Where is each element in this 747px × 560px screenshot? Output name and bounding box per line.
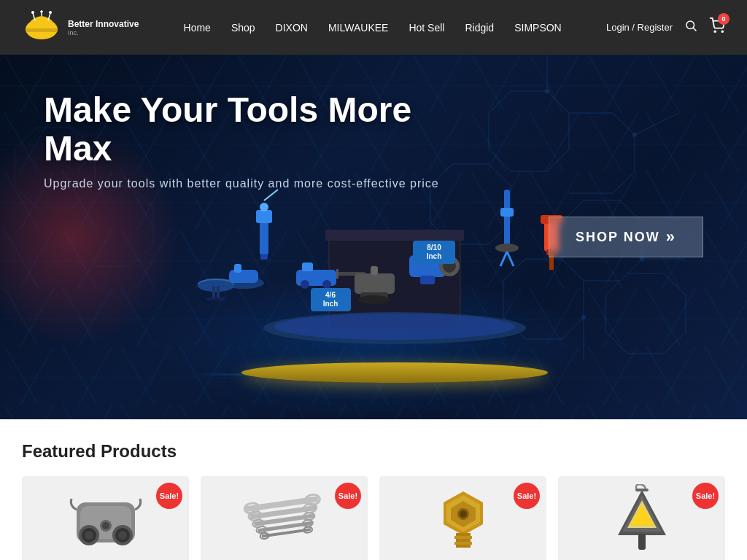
featured-title: Featured Products xyxy=(22,441,725,462)
tools-svg: 4/6 Inch 8/10 Inch xyxy=(183,146,606,386)
nav-simpson[interactable]: SIMPSON xyxy=(514,22,562,34)
header: Better Innovative Inc. Home Shop DIXON M… xyxy=(0,0,747,55)
nav-shop[interactable]: Shop xyxy=(231,22,255,34)
nav-hotsell[interactable]: Hot Sell xyxy=(409,22,444,34)
svg-rect-97 xyxy=(456,539,471,542)
sale-badge-4: Sale! xyxy=(692,483,719,509)
svg-text:Inch: Inch xyxy=(427,252,442,260)
svg-point-59 xyxy=(358,295,390,304)
nav-dixon[interactable]: DIXON xyxy=(276,22,308,34)
login-register-link[interactable]: Login / Register xyxy=(606,22,673,33)
shop-now-button[interactable]: SHOP NOW xyxy=(549,217,703,257)
svg-rect-108 xyxy=(635,489,649,491)
svg-line-28 xyxy=(264,190,278,201)
svg-rect-47 xyxy=(420,276,435,284)
svg-rect-25 xyxy=(256,210,272,223)
svg-point-101 xyxy=(460,510,467,518)
light-image xyxy=(609,484,675,557)
svg-point-74 xyxy=(118,531,127,540)
cart-count: 0 xyxy=(718,13,729,25)
svg-text:Inch: Inch xyxy=(323,300,338,308)
svg-point-42 xyxy=(301,280,309,289)
nav-milwaukee[interactable]: MILWAUKEE xyxy=(328,22,388,34)
svg-point-8 xyxy=(686,21,694,29)
nav-ridgid[interactable]: Ridgid xyxy=(465,22,494,34)
cart-button[interactable]: 0 xyxy=(709,18,725,37)
product-card-light[interactable]: Sale! xyxy=(558,476,725,560)
svg-point-34 xyxy=(198,280,234,292)
svg-rect-41 xyxy=(302,262,313,271)
svg-line-51 xyxy=(500,252,507,266)
hero-banner: Make Your Tools More Max Upgrade your to… xyxy=(0,55,747,419)
svg-point-27 xyxy=(260,203,268,211)
wrenches-image xyxy=(241,488,328,553)
svg-rect-98 xyxy=(454,542,472,545)
nav-home[interactable]: Home xyxy=(184,22,211,34)
svg-point-76 xyxy=(102,522,109,529)
sale-badge-2: Sale! xyxy=(335,483,361,509)
svg-rect-1 xyxy=(26,28,58,32)
svg-text:4/6: 4/6 xyxy=(325,291,336,299)
logo-icon xyxy=(22,7,62,47)
svg-rect-96 xyxy=(454,536,472,539)
svg-rect-95 xyxy=(456,533,471,536)
product-card-wrenches[interactable]: Sale! xyxy=(201,476,368,560)
svg-text:8/10: 8/10 xyxy=(427,244,441,252)
svg-rect-26 xyxy=(260,254,268,260)
svg-point-50 xyxy=(495,244,519,252)
sale-badge-1: Sale! xyxy=(156,483,182,509)
svg-rect-21 xyxy=(325,230,464,241)
svg-rect-99 xyxy=(456,545,471,548)
svg-rect-48 xyxy=(504,190,510,248)
svg-rect-37 xyxy=(206,298,225,300)
sale-badge-3: Sale! xyxy=(514,483,540,509)
svg-rect-49 xyxy=(500,208,514,217)
featured-products-section: Featured Products Sale! xyxy=(0,419,747,560)
logo-text: Better Innovative Inc. xyxy=(68,19,139,36)
svg-rect-31 xyxy=(234,264,241,273)
svg-point-3 xyxy=(31,11,34,14)
svg-rect-107 xyxy=(638,534,646,550)
products-grid: Sale! xyxy=(22,476,725,560)
search-icon xyxy=(684,19,697,32)
hero-products-display: 4/6 Inch 8/10 Inch xyxy=(183,157,606,405)
svg-rect-30 xyxy=(229,270,258,283)
svg-rect-60 xyxy=(371,266,378,275)
search-button[interactable] xyxy=(684,19,697,36)
svg-point-43 xyxy=(322,280,331,289)
svg-rect-40 xyxy=(336,269,338,279)
svg-line-9 xyxy=(693,28,696,31)
svg-point-7 xyxy=(49,11,52,14)
svg-rect-56 xyxy=(549,255,554,270)
svg-point-11 xyxy=(721,31,723,32)
main-nav: Home Shop DIXON MILWAUKEE Hot Sell Ridgi… xyxy=(139,22,606,34)
product-card-respirator[interactable]: Sale! xyxy=(22,476,189,560)
svg-line-52 xyxy=(507,252,514,266)
header-actions: Login / Register 0 xyxy=(606,18,725,37)
fitting-image xyxy=(430,488,496,553)
svg-point-71 xyxy=(85,531,93,540)
svg-point-10 xyxy=(714,31,716,32)
product-card-fitting[interactable]: Sale! xyxy=(379,476,546,560)
svg-point-23 xyxy=(274,314,515,340)
logo[interactable]: Better Innovative Inc. xyxy=(22,7,139,47)
respirator-image xyxy=(66,488,146,553)
svg-rect-57 xyxy=(355,273,395,294)
